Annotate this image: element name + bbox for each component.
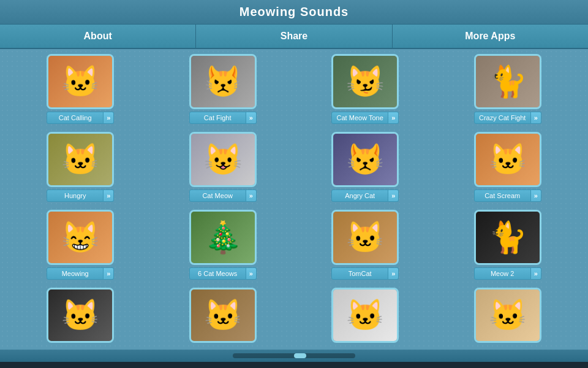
sound-label-row-cat-scream: Cat Scream» bbox=[474, 190, 541, 202]
sound-item-meowing[interactable]: 😸Meowing» bbox=[12, 210, 149, 282]
sound-item-cat-fight[interactable]: 😾Cat Fight» bbox=[155, 54, 292, 126]
sound-label-row-6-cat-meows: 6 Cat Meows» bbox=[189, 267, 257, 280]
sound-item-crazy-cat-fight[interactable]: 🐈Crazy Cat Fight» bbox=[440, 54, 576, 126]
sound-play-arrow-hungry[interactable]: » bbox=[104, 190, 114, 202]
sound-label-meow-2: Meow 2 bbox=[474, 267, 531, 280]
share-button[interactable]: Share bbox=[196, 25, 392, 48]
sound-item-cat-meow-tone[interactable]: 😼Cat Meow Tone» bbox=[297, 54, 434, 126]
cat-image-hungry: 🐱 bbox=[48, 134, 112, 185]
cat-image-meowing: 😸 bbox=[48, 212, 112, 263]
cat-image-angry-cat: 😾 bbox=[333, 134, 397, 185]
cat-image-6-cat-meows: 🎄 bbox=[191, 212, 255, 263]
sound-thumb-tomcat: 🐱 bbox=[331, 210, 399, 265]
sound-item-cat-calling[interactable]: 🐱Cat Calling» bbox=[12, 54, 149, 126]
more-apps-button[interactable]: More Apps bbox=[393, 25, 588, 48]
sound-thumb-cat-meow-tone: 😼 bbox=[331, 54, 399, 109]
sound-label-row-tomcat: TomCat» bbox=[331, 267, 399, 280]
sound-thumb-meow-2: 🐈 bbox=[474, 210, 541, 265]
sound-thumb-angry-cat: 😾 bbox=[331, 132, 399, 187]
scrollbar-thumb[interactable] bbox=[294, 353, 306, 358]
sound-thumb-cat-5: 🐱 bbox=[189, 288, 257, 343]
cat-image-cat-4: 🐱 bbox=[48, 289, 112, 341]
sound-thumb-cat-7: 🐱 bbox=[474, 288, 541, 343]
sound-item-cat-6[interactable]: 🐱 bbox=[297, 288, 434, 345]
sound-play-arrow-6-cat-meows[interactable]: » bbox=[246, 267, 257, 280]
sound-label-row-cat-meow-tone: Cat Meow Tone» bbox=[331, 112, 399, 124]
about-button[interactable]: About bbox=[0, 25, 196, 48]
app-title-bar: Meowing Sounds bbox=[0, 0, 588, 25]
sound-label-row-cat-meow: Cat Meow» bbox=[189, 190, 257, 202]
sound-label-row-meowing: Meowing» bbox=[47, 267, 114, 280]
sound-item-angry-cat[interactable]: 😾Angry Cat» bbox=[297, 132, 434, 204]
sound-play-arrow-meowing[interactable]: » bbox=[104, 267, 114, 280]
sound-label-cat-calling: Cat Calling bbox=[47, 112, 104, 124]
sound-label-cat-meow-tone: Cat Meow Tone bbox=[331, 112, 388, 124]
sound-label-row-cat-calling: Cat Calling» bbox=[47, 112, 114, 124]
cat-image-cat-meow: 😺 bbox=[191, 134, 255, 185]
sound-item-meow-2[interactable]: 🐈Meow 2» bbox=[440, 210, 576, 282]
cat-image-cat-6: 🐱 bbox=[333, 289, 397, 341]
sound-thumb-cat-scream: 🐱 bbox=[474, 132, 541, 187]
sound-thumb-cat-4: 🐱 bbox=[47, 288, 114, 343]
app-title: Meowing Sounds bbox=[239, 5, 349, 18]
sound-play-arrow-cat-meow-tone[interactable]: » bbox=[388, 112, 399, 124]
sound-thumb-cat-meow: 😺 bbox=[189, 132, 257, 187]
sound-label-6-cat-meows: 6 Cat Meows bbox=[189, 267, 246, 280]
sound-play-arrow-crazy-cat-fight[interactable]: » bbox=[531, 112, 541, 124]
sound-play-arrow-cat-fight[interactable]: » bbox=[246, 112, 257, 124]
cat-image-cat-fight: 😾 bbox=[191, 56, 255, 107]
scrollbar-track[interactable] bbox=[233, 353, 355, 358]
sound-item-hungry[interactable]: 🐱Hungry» bbox=[12, 132, 149, 204]
sound-play-arrow-tomcat[interactable]: » bbox=[388, 267, 399, 280]
nav-bar: About Share More Apps bbox=[0, 25, 588, 49]
sound-thumb-hungry: 🐱 bbox=[47, 132, 114, 187]
sound-thumb-6-cat-meows: 🎄 bbox=[189, 210, 257, 265]
sound-item-cat-scream[interactable]: 🐱Cat Scream» bbox=[440, 132, 576, 204]
sound-label-crazy-cat-fight: Crazy Cat Fight bbox=[474, 112, 531, 124]
sounds-grid: 🐱Cat Calling»😾Cat Fight»😼Cat Meow Tone»🐈… bbox=[0, 49, 588, 350]
sound-label-hungry: Hungry bbox=[47, 190, 104, 202]
sound-label-row-angry-cat: Angry Cat» bbox=[331, 190, 399, 202]
cat-image-cat-calling: 🐱 bbox=[48, 56, 112, 107]
sound-play-arrow-cat-meow[interactable]: » bbox=[246, 190, 257, 202]
cat-image-meow-2: 🐈 bbox=[476, 212, 540, 263]
cat-image-crazy-cat-fight: 🐈 bbox=[476, 56, 540, 107]
sound-label-row-crazy-cat-fight: Crazy Cat Fight» bbox=[474, 112, 541, 124]
cat-image-cat-7: 🐱 bbox=[476, 289, 540, 341]
sound-label-cat-fight: Cat Fight bbox=[189, 112, 246, 124]
sound-thumb-cat-calling: 🐱 bbox=[47, 54, 114, 109]
sound-play-arrow-cat-calling[interactable]: » bbox=[104, 112, 114, 124]
sound-play-arrow-meow-2[interactable]: » bbox=[531, 267, 541, 280]
sound-label-cat-scream: Cat Scream bbox=[474, 190, 531, 202]
sound-item-cat-4[interactable]: 🐱 bbox=[12, 288, 149, 345]
sound-item-tomcat[interactable]: 🐱TomCat» bbox=[297, 210, 434, 282]
sound-thumb-cat-fight: 😾 bbox=[189, 54, 257, 109]
sound-play-arrow-cat-scream[interactable]: » bbox=[531, 190, 541, 202]
sound-thumb-meowing: 😸 bbox=[47, 210, 114, 265]
sound-label-row-hungry: Hungry» bbox=[47, 190, 114, 202]
cat-image-cat-scream: 🐱 bbox=[476, 134, 540, 185]
sound-label-tomcat: TomCat bbox=[331, 267, 388, 280]
sound-label-angry-cat: Angry Cat bbox=[331, 190, 388, 202]
sound-thumb-cat-6: 🐱 bbox=[331, 288, 399, 343]
cat-image-tomcat: 🐱 bbox=[333, 212, 397, 263]
sound-item-cat-5[interactable]: 🐱 bbox=[155, 288, 292, 345]
sound-label-meowing: Meowing bbox=[47, 267, 104, 280]
sound-item-cat-meow[interactable]: 😺Cat Meow» bbox=[155, 132, 292, 204]
scrollbar-area bbox=[0, 350, 588, 362]
sound-thumb-crazy-cat-fight: 🐈 bbox=[474, 54, 541, 109]
cat-image-cat-meow-tone: 😼 bbox=[333, 56, 397, 107]
system-bar: ◁ △ ▭ ⊡ ∧ ⚡ 🖼 10:20 AM ⏰ 📶 bbox=[0, 362, 588, 368]
sound-item-6-cat-meows[interactable]: 🎄6 Cat Meows» bbox=[155, 210, 292, 282]
sound-label-row-meow-2: Meow 2» bbox=[474, 267, 541, 280]
cat-image-cat-5: 🐱 bbox=[191, 289, 255, 341]
sound-play-arrow-angry-cat[interactable]: » bbox=[388, 190, 399, 202]
sound-label-row-cat-fight: Cat Fight» bbox=[189, 112, 257, 124]
sound-item-cat-7[interactable]: 🐱 bbox=[440, 288, 576, 345]
sound-label-cat-meow: Cat Meow bbox=[189, 190, 246, 202]
